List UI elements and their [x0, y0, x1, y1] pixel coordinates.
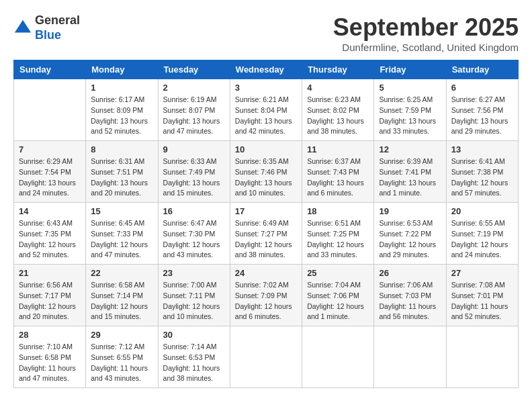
day-info: Sunrise: 6:56 AM Sunset: 7:17 PM Dayligh… — [19, 280, 81, 322]
calendar-cell: 9Sunrise: 6:33 AM Sunset: 7:49 PM Daylig… — [158, 141, 230, 203]
calendar-week-row: 21Sunrise: 6:56 AM Sunset: 7:17 PM Dayli… — [14, 265, 519, 326]
weekday-header: Wednesday — [230, 60, 302, 79]
day-number: 25 — [307, 268, 369, 278]
day-info: Sunrise: 6:29 AM Sunset: 7:54 PM Dayligh… — [19, 156, 81, 199]
calendar-cell: 13Sunrise: 6:41 AM Sunset: 7:38 PM Dayli… — [446, 141, 518, 203]
calendar-cell: 1Sunrise: 6:17 AM Sunset: 8:09 PM Daylig… — [86, 79, 158, 141]
day-info: Sunrise: 7:12 AM Sunset: 6:55 PM Dayligh… — [91, 342, 152, 384]
day-info: Sunrise: 6:41 AM Sunset: 7:38 PM Dayligh… — [451, 156, 513, 199]
calendar-cell: 18Sunrise: 6:51 AM Sunset: 7:25 PM Dayli… — [302, 203, 374, 265]
calendar-cell: 26Sunrise: 7:06 AM Sunset: 7:03 PM Dayli… — [374, 265, 446, 326]
day-number: 21 — [19, 268, 81, 278]
calendar-cell — [14, 79, 86, 141]
day-number: 22 — [91, 268, 152, 278]
day-info: Sunrise: 6:21 AM Sunset: 8:04 PM Dayligh… — [235, 95, 297, 137]
logo-general-text: General — [35, 13, 80, 27]
weekday-header: Tuesday — [158, 60, 230, 79]
calendar-cell: 5Sunrise: 6:25 AM Sunset: 7:59 PM Daylig… — [374, 79, 446, 141]
title-block: September 2025 Dunfermline, Scotland, Un… — [333, 13, 519, 53]
calendar-cell: 21Sunrise: 6:56 AM Sunset: 7:17 PM Dayli… — [14, 265, 86, 326]
day-number: 18 — [307, 206, 369, 216]
calendar-cell: 2Sunrise: 6:19 AM Sunset: 8:07 PM Daylig… — [158, 79, 230, 141]
calendar-cell: 22Sunrise: 6:58 AM Sunset: 7:14 PM Dayli… — [86, 265, 158, 326]
day-info: Sunrise: 6:27 AM Sunset: 7:56 PM Dayligh… — [451, 95, 513, 137]
weekday-header: Sunday — [14, 60, 86, 79]
day-number: 27 — [451, 268, 513, 278]
day-number: 30 — [163, 330, 225, 340]
calendar-table: SundayMondayTuesdayWednesdayThursdayFrid… — [13, 60, 519, 388]
day-number: 20 — [451, 206, 513, 216]
day-info: Sunrise: 6:51 AM Sunset: 7:25 PM Dayligh… — [307, 218, 369, 261]
day-info: Sunrise: 7:04 AM Sunset: 7:06 PM Dayligh… — [307, 280, 369, 322]
calendar-cell: 10Sunrise: 6:35 AM Sunset: 7:46 PM Dayli… — [230, 141, 302, 203]
calendar-week-row: 1Sunrise: 6:17 AM Sunset: 8:09 PM Daylig… — [14, 79, 519, 141]
day-info: Sunrise: 6:37 AM Sunset: 7:43 PM Dayligh… — [307, 156, 369, 199]
day-info: Sunrise: 6:35 AM Sunset: 7:46 PM Dayligh… — [235, 156, 297, 199]
day-info: Sunrise: 6:31 AM Sunset: 7:51 PM Dayligh… — [91, 156, 152, 199]
calendar-cell: 30Sunrise: 7:14 AM Sunset: 6:53 PM Dayli… — [158, 326, 230, 388]
svg-marker-0 — [15, 19, 31, 32]
day-info: Sunrise: 7:02 AM Sunset: 7:09 PM Dayligh… — [235, 280, 297, 322]
calendar-cell: 16Sunrise: 6:47 AM Sunset: 7:30 PM Dayli… — [158, 203, 230, 265]
calendar-cell: 12Sunrise: 6:39 AM Sunset: 7:41 PM Dayli… — [374, 141, 446, 203]
day-number: 29 — [91, 330, 152, 340]
day-number: 17 — [235, 206, 297, 216]
weekday-header: Monday — [86, 60, 158, 79]
day-number: 28 — [19, 330, 81, 340]
calendar-cell: 28Sunrise: 7:10 AM Sunset: 6:58 PM Dayli… — [14, 326, 86, 388]
day-info: Sunrise: 6:45 AM Sunset: 7:33 PM Dayligh… — [91, 218, 152, 261]
logo-icon — [13, 19, 32, 38]
calendar-cell: 24Sunrise: 7:02 AM Sunset: 7:09 PM Dayli… — [230, 265, 302, 326]
day-number: 9 — [163, 144, 225, 154]
day-number: 2 — [163, 83, 225, 93]
calendar-cell: 11Sunrise: 6:37 AM Sunset: 7:43 PM Dayli… — [302, 141, 374, 203]
day-number: 3 — [235, 83, 297, 93]
day-number: 1 — [91, 83, 152, 93]
day-info: Sunrise: 6:53 AM Sunset: 7:22 PM Dayligh… — [379, 218, 441, 261]
calendar-cell: 6Sunrise: 6:27 AM Sunset: 7:56 PM Daylig… — [446, 79, 518, 141]
calendar-cell: 3Sunrise: 6:21 AM Sunset: 8:04 PM Daylig… — [230, 79, 302, 141]
calendar-cell: 17Sunrise: 6:49 AM Sunset: 7:27 PM Dayli… — [230, 203, 302, 265]
day-info: Sunrise: 6:39 AM Sunset: 7:41 PM Dayligh… — [379, 156, 441, 199]
day-info: Sunrise: 7:10 AM Sunset: 6:58 PM Dayligh… — [19, 342, 81, 384]
month-title: September 2025 — [333, 13, 519, 42]
calendar-cell — [302, 326, 374, 388]
calendar-cell: 15Sunrise: 6:45 AM Sunset: 7:33 PM Dayli… — [86, 203, 158, 265]
logo-blue-text: Blue — [35, 28, 61, 42]
day-info: Sunrise: 6:19 AM Sunset: 8:07 PM Dayligh… — [163, 95, 225, 137]
weekday-header: Thursday — [302, 60, 374, 79]
day-info: Sunrise: 7:06 AM Sunset: 7:03 PM Dayligh… — [379, 280, 441, 322]
calendar-week-row: 14Sunrise: 6:43 AM Sunset: 7:35 PM Dayli… — [14, 203, 519, 265]
calendar-cell: 20Sunrise: 6:55 AM Sunset: 7:19 PM Dayli… — [446, 203, 518, 265]
day-number: 24 — [235, 268, 297, 278]
weekday-header: Saturday — [446, 60, 518, 79]
calendar-cell — [446, 326, 518, 388]
day-info: Sunrise: 6:17 AM Sunset: 8:09 PM Dayligh… — [91, 95, 152, 137]
day-number: 10 — [235, 144, 297, 154]
day-info: Sunrise: 6:33 AM Sunset: 7:49 PM Dayligh… — [163, 156, 225, 199]
day-info: Sunrise: 6:23 AM Sunset: 8:02 PM Dayligh… — [307, 95, 369, 137]
day-number: 16 — [163, 206, 225, 216]
day-number: 19 — [379, 206, 441, 216]
calendar-cell: 29Sunrise: 7:12 AM Sunset: 6:55 PM Dayli… — [86, 326, 158, 388]
logo: General Blue — [13, 13, 80, 42]
calendar-cell: 19Sunrise: 6:53 AM Sunset: 7:22 PM Dayli… — [374, 203, 446, 265]
day-info: Sunrise: 6:58 AM Sunset: 7:14 PM Dayligh… — [91, 280, 152, 322]
calendar-cell: 14Sunrise: 6:43 AM Sunset: 7:35 PM Dayli… — [14, 203, 86, 265]
day-number: 26 — [379, 268, 441, 278]
day-number: 5 — [379, 83, 441, 93]
day-info: Sunrise: 7:00 AM Sunset: 7:11 PM Dayligh… — [163, 280, 225, 322]
calendar-cell — [374, 326, 446, 388]
calendar-cell: 25Sunrise: 7:04 AM Sunset: 7:06 PM Dayli… — [302, 265, 374, 326]
day-info: Sunrise: 6:47 AM Sunset: 7:30 PM Dayligh… — [163, 218, 225, 261]
day-info: Sunrise: 6:55 AM Sunset: 7:19 PM Dayligh… — [451, 218, 513, 261]
day-number: 13 — [451, 144, 513, 154]
day-number: 14 — [19, 206, 81, 216]
day-info: Sunrise: 6:49 AM Sunset: 7:27 PM Dayligh… — [235, 218, 297, 261]
day-info: Sunrise: 7:08 AM Sunset: 7:01 PM Dayligh… — [451, 280, 513, 322]
calendar-cell: 7Sunrise: 6:29 AM Sunset: 7:54 PM Daylig… — [14, 141, 86, 203]
day-info: Sunrise: 7:14 AM Sunset: 6:53 PM Dayligh… — [163, 342, 225, 384]
weekday-header: Friday — [374, 60, 446, 79]
day-number: 6 — [451, 83, 513, 93]
day-number: 12 — [379, 144, 441, 154]
